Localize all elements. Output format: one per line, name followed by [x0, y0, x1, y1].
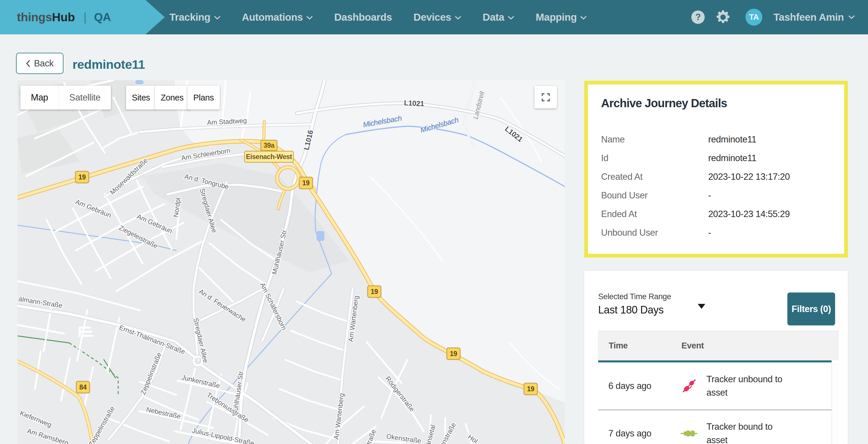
svg-text:84: 84: [80, 383, 87, 391]
map-type-satellite-button[interactable]: Satellite: [59, 86, 111, 110]
time-range-value[interactable]: Last 180 Days: [598, 304, 664, 316]
field-ended-at: Ended At 2023-10-23 14:55:29: [601, 205, 833, 224]
avatar[interactable]: TA: [745, 9, 762, 26]
events-panel: Selected Time Range Last 180 Days Filter…: [584, 271, 848, 444]
svg-text:19: 19: [79, 173, 86, 181]
time-range-label: Selected Time Range: [598, 292, 671, 301]
chevron-down-icon: [455, 16, 461, 20]
gear-icon[interactable]: [716, 10, 730, 25]
zones-button[interactable]: Zones: [155, 86, 189, 110]
table-row[interactable]: 7 days ago Tracker bound to asset: [598, 410, 839, 444]
app-header: thingsHub | QA Tracking Automations Dash…: [0, 0, 868, 34]
events-table-header: Time Event: [598, 331, 839, 360]
user-menu[interactable]: Tashfeen Amin: [773, 11, 855, 23]
field-name: Name redminote11: [601, 130, 833, 149]
brand-logo[interactable]: thingsHub | QA: [0, 0, 165, 34]
chevron-left-icon: [26, 60, 30, 67]
chevron-down-icon: [307, 16, 313, 20]
brand-divider: |: [84, 11, 87, 24]
fullscreen-button[interactable]: [534, 86, 557, 108]
fullscreen-icon: [540, 92, 551, 102]
chevron-down-icon: [214, 16, 220, 20]
page-title: redminote11: [72, 57, 145, 72]
nav-devices[interactable]: Devices: [414, 11, 461, 23]
nav-dashboards[interactable]: Dashboards: [334, 11, 392, 23]
svg-text:Eisenach-West: Eisenach-West: [246, 153, 292, 160]
plans-button[interactable]: Plans: [187, 86, 220, 110]
chevron-down-icon: [508, 16, 514, 20]
main-nav: Tracking Automations Dashboards Devices …: [169, 11, 587, 23]
map-type-map-button[interactable]: Map: [20, 86, 59, 110]
route-shield: 19: [524, 383, 537, 395]
svg-text:39a: 39a: [264, 142, 275, 149]
field-unbound-user: Unbound User -: [601, 224, 833, 242]
chevron-down-icon: [848, 16, 855, 19]
route-shield: 19: [75, 171, 89, 183]
nav-tracking[interactable]: Tracking: [169, 11, 220, 23]
svg-text:19: 19: [371, 288, 378, 295]
map-type-control: Map Satellite: [20, 86, 111, 110]
nav-automations[interactable]: Automations: [242, 11, 313, 23]
environment-badge: QA: [94, 11, 111, 24]
header-actions: ? TA Tashfeen Amin: [691, 9, 868, 26]
field-id: Id redminote11: [601, 149, 833, 168]
nav-data[interactable]: Data: [483, 11, 514, 23]
panel-title: Archive Journey Details: [601, 97, 727, 110]
map-canvas[interactable]: Am Stadtweg Am Schleierborn Mosewaldstra…: [18, 80, 565, 444]
field-bound-user: Bound User -: [601, 186, 833, 205]
field-created-at: Created At 2023-10-22 13:17:20: [601, 168, 833, 186]
route-shield: 19: [447, 348, 460, 359]
route-shield: 19: [299, 177, 313, 189]
route-shield: 84: [76, 381, 90, 393]
route-shield: 19: [368, 286, 381, 297]
map-image: Am Stadtweg Am Schleierborn Mosewaldstra…: [18, 80, 565, 444]
events-table: Time Event 6 days ago Tracker unbo: [598, 331, 839, 444]
help-icon[interactable]: ?: [691, 10, 705, 24]
svg-text:19: 19: [303, 179, 310, 187]
brand-name: things: [17, 10, 52, 24]
route-label: L1021: [404, 98, 424, 108]
table-header-accent: [598, 360, 832, 362]
back-button[interactable]: Back: [16, 53, 63, 74]
filters-button[interactable]: Filters (0): [787, 293, 835, 325]
svg-text:19: 19: [450, 350, 457, 357]
nav-mapping[interactable]: Mapping: [535, 11, 587, 23]
time-range-dropdown-caret[interactable]: [698, 304, 705, 309]
details-fields: Name redminote11 Id redminote11 Created …: [601, 130, 833, 242]
tracker-unbound-icon: [672, 379, 707, 393]
table-scrollbar[interactable]: [832, 362, 839, 444]
chevron-down-icon: [581, 16, 587, 20]
archive-journey-details-panel: Archive Journey Details Name redminote11…: [584, 81, 848, 258]
svg-text:19: 19: [527, 385, 534, 393]
tracker-bound-icon: [672, 426, 707, 441]
sites-button[interactable]: Sites: [126, 86, 156, 110]
table-row[interactable]: 6 days ago Tracker unbound to asset: [598, 362, 839, 410]
